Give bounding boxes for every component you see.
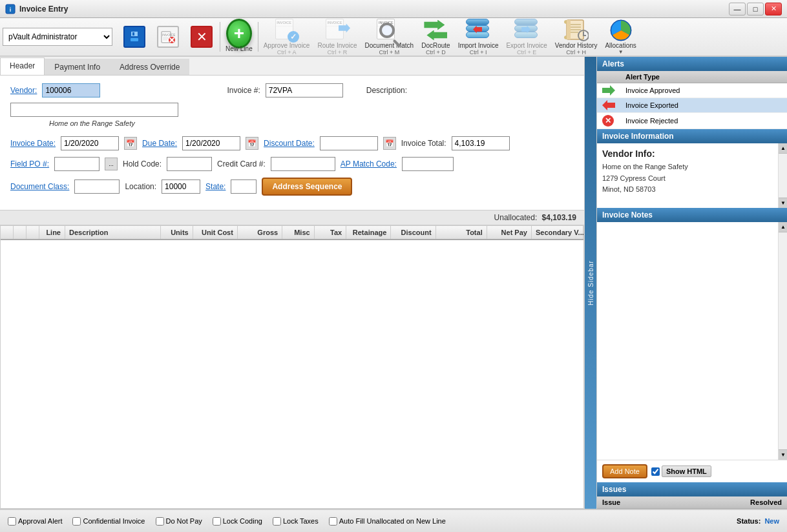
allocations-label: Allocations bbox=[605, 42, 636, 49]
state-input[interactable] bbox=[231, 179, 257, 194]
show-html-label[interactable]: Show HTML bbox=[662, 466, 711, 477]
description-input[interactable] bbox=[10, 103, 178, 117]
grid-area[interactable]: Line Description Units Unit Cost Gross M… bbox=[0, 225, 584, 509]
notes-scrollbar[interactable]: ▲ ▼ bbox=[778, 222, 787, 460]
lock-coding-cb: Lock Coding bbox=[213, 517, 262, 526]
lock-taxes-label[interactable]: Lock Taxes bbox=[283, 517, 319, 525]
confidential-invoice-label[interactable]: Confidential Invoice bbox=[83, 517, 145, 525]
notes-scroll-up[interactable]: ▲ bbox=[779, 222, 787, 232]
issues-section: Issues Issue Resolved bbox=[597, 482, 787, 509]
due-date-calendar-button[interactable]: 📅 bbox=[246, 137, 258, 150]
lock-taxes-checkbox[interactable] bbox=[273, 517, 281, 526]
alert-rejected-row[interactable]: ✕ Invoice Rejected bbox=[597, 113, 787, 129]
newline-icon: + bbox=[226, 19, 252, 48]
save-button[interactable] bbox=[118, 18, 151, 56]
document-class-input[interactable] bbox=[74, 179, 120, 194]
show-html-container: Show HTML bbox=[651, 466, 711, 477]
approval-alert-label[interactable]: Approval Alert bbox=[18, 517, 62, 525]
alert-rejected-label: Invoice Rejected bbox=[620, 113, 787, 129]
export-invoice-button[interactable]: Export Invoice Ctrl + E bbox=[502, 18, 551, 56]
vendor-history-button[interactable]: Vendor History Ctrl + H bbox=[551, 18, 602, 56]
invoice-notes-content[interactable]: ▲ ▼ bbox=[597, 222, 787, 460]
route-icon: INVOICE bbox=[326, 19, 349, 42]
maximize-button[interactable]: □ bbox=[747, 3, 764, 15]
do-not-pay-checkbox[interactable] bbox=[156, 517, 164, 526]
lock-coding-label[interactable]: Lock Coding bbox=[223, 517, 262, 525]
discount-date-label[interactable]: Discount Date: bbox=[264, 139, 315, 148]
lock-coding-checkbox[interactable] bbox=[213, 517, 221, 526]
delete-button[interactable]: ✕ bbox=[185, 18, 218, 56]
hold-code-input[interactable] bbox=[167, 157, 212, 171]
due-date-input[interactable] bbox=[182, 136, 240, 150]
ap-match-input[interactable] bbox=[402, 157, 454, 171]
invoice-date-input[interactable] bbox=[61, 136, 119, 150]
scroll-down-button[interactable]: ▼ bbox=[779, 198, 787, 208]
credit-card-label: Credit Card #: bbox=[217, 159, 266, 169]
col-description: Description bbox=[65, 226, 161, 239]
discount-date-input[interactable] bbox=[320, 136, 378, 150]
close-button[interactable]: ✕ bbox=[765, 3, 782, 15]
minimize-button[interactable]: — bbox=[729, 3, 746, 15]
discard-button[interactable]: INVOICE bbox=[151, 18, 185, 56]
export-label: Export Invoice bbox=[506, 42, 547, 49]
show-html-checkbox[interactable] bbox=[651, 467, 660, 476]
vendor-info-scrollbar[interactable]: ▲ ▼ bbox=[778, 143, 787, 208]
document-class-label[interactable]: Document Class: bbox=[10, 182, 69, 191]
tab-header[interactable]: Header bbox=[0, 57, 45, 75]
export-icon bbox=[514, 19, 539, 42]
address-sequence-button[interactable]: Address Sequence bbox=[262, 178, 352, 196]
document-match-button[interactable]: INVOICE Document Match Ctrl + M bbox=[361, 18, 418, 56]
scroll-track bbox=[779, 154, 787, 198]
field-po-lookup-button[interactable]: ... bbox=[105, 158, 118, 170]
allocations-button[interactable]: Allocations ▼ bbox=[601, 18, 640, 56]
circle-x-icon: ✕ bbox=[602, 115, 614, 127]
alloc-icon bbox=[609, 19, 633, 42]
alert-approved-row[interactable]: Invoice Approved bbox=[597, 83, 787, 98]
alert-exported-icon bbox=[597, 98, 620, 113]
import-invoice-button[interactable]: Import Invoice Ctrl + I bbox=[454, 18, 503, 56]
ap-match-label[interactable]: AP Match Code: bbox=[341, 159, 397, 169]
location-input[interactable] bbox=[162, 179, 200, 194]
grid-header: Line Description Units Unit Cost Gross M… bbox=[1, 226, 583, 240]
do-not-pay-label[interactable]: Do Not Pay bbox=[166, 517, 202, 525]
due-date-label[interactable]: Due Date: bbox=[142, 139, 177, 148]
invoice-num-label: Invoice #: bbox=[227, 86, 260, 95]
vendor-info-heading: Vendor Info: bbox=[597, 143, 787, 161]
col-discount: Discount bbox=[391, 226, 435, 239]
invoice-total-label: Invoice Total: bbox=[401, 139, 446, 148]
vendor-name: Home on the Range Safety bbox=[49, 119, 574, 127]
invoice-num-input[interactable] bbox=[266, 83, 343, 97]
invoice-date-label[interactable]: Invoice Date: bbox=[10, 139, 56, 148]
notes-scroll-down[interactable]: ▼ bbox=[779, 449, 787, 460]
route-invoice-button[interactable]: INVOICE Route Invoice Ctrl + R bbox=[313, 18, 361, 56]
add-note-button[interactable]: Add Note bbox=[602, 464, 647, 478]
alloc-dropdown-arrow: ▼ bbox=[618, 49, 624, 55]
credit-card-input[interactable] bbox=[271, 157, 335, 171]
col-line: Line bbox=[39, 226, 65, 239]
approve-invoice-button[interactable]: INVOICE ✓ Approve Invoice Ctrl + A bbox=[260, 18, 314, 56]
toolbar: pVault Administrator INVOICE ✕ + New Lin… bbox=[0, 18, 787, 57]
new-line-button[interactable]: + New Line bbox=[222, 18, 257, 56]
vendor-input[interactable] bbox=[42, 83, 100, 97]
state-label[interactable]: State: bbox=[205, 182, 226, 191]
confidential-invoice-checkbox[interactable] bbox=[72, 517, 81, 526]
sidebar-strip[interactable]: Hide Sidebar bbox=[585, 57, 596, 509]
tab-payment-info[interactable]: Payment Info bbox=[45, 59, 110, 75]
vendor-label[interactable]: Vendor: bbox=[10, 86, 37, 95]
alert-exported-row[interactable]: Invoice Exported bbox=[597, 98, 787, 113]
grid-body[interactable] bbox=[1, 240, 583, 408]
invoice-total-input[interactable] bbox=[452, 136, 510, 150]
approval-alert-checkbox[interactable] bbox=[8, 517, 16, 526]
tab-address-override[interactable]: Address Override bbox=[110, 59, 189, 75]
field-po-label[interactable]: Field PO #: bbox=[10, 159, 49, 169]
field-po-input[interactable] bbox=[54, 157, 100, 171]
docroute-button[interactable]: DocRoute Ctrl + D bbox=[417, 18, 454, 56]
invoice-date-calendar-button[interactable]: 📅 bbox=[124, 137, 137, 150]
auto-fill-label[interactable]: Auto Fill Unallocated on New Line bbox=[339, 517, 446, 525]
auto-fill-checkbox[interactable] bbox=[329, 517, 337, 526]
scroll-up-button[interactable]: ▲ bbox=[779, 143, 787, 154]
discount-date-calendar-button[interactable]: 📅 bbox=[383, 137, 396, 150]
notes-scroll-track bbox=[779, 232, 787, 449]
user-dropdown[interactable]: pVault Administrator bbox=[3, 28, 112, 46]
resolved-col: Resolved bbox=[674, 496, 787, 509]
